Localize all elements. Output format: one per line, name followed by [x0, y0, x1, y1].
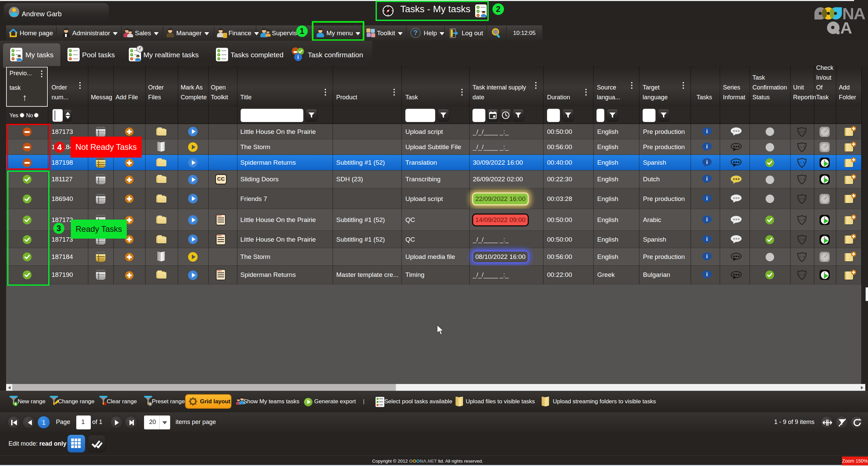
svg-text:1 - 9: 1 - 9 [799, 178, 805, 181]
svg-text:1 - 9: 1 - 9 [799, 145, 805, 148]
svg-text:A: A [840, 19, 852, 37]
svg-text:1 - 9: 1 - 9 [799, 197, 805, 200]
svg-text:1 - 9: 1 - 9 [799, 161, 805, 164]
svg-text:1 - 9: 1 - 9 [799, 238, 805, 241]
svg-text:1 - 9: 1 - 9 [799, 255, 805, 258]
svg-text:1 - 9: 1 - 9 [799, 218, 805, 221]
svg-text:1 - 9: 1 - 9 [799, 273, 805, 276]
svg-text:1 - 9: 1 - 9 [799, 130, 805, 133]
